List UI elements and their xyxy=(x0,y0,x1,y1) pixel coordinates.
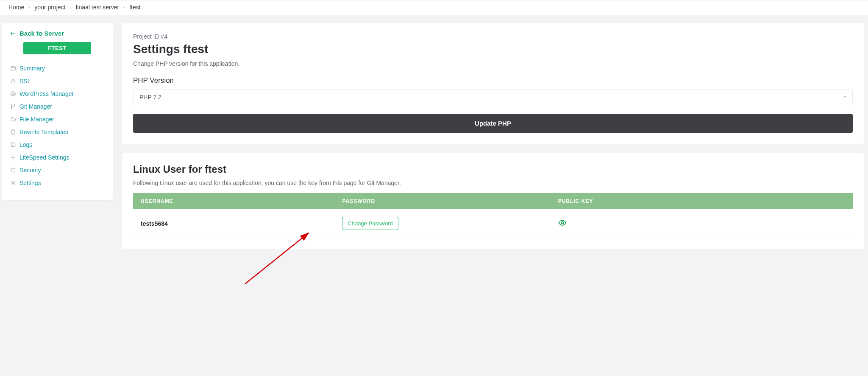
breadcrumb-home[interactable]: Home xyxy=(8,4,24,11)
sidebar: Back to Server FTEST Summary SSL WordPre… xyxy=(2,23,113,200)
lock-icon xyxy=(10,78,16,84)
sidebar-item-label[interactable]: Settings xyxy=(19,180,41,186)
breadcrumb-current: ftest xyxy=(129,4,140,11)
sidebar-item-label[interactable]: Git Manager xyxy=(19,103,52,110)
th-password: PASSWORD xyxy=(334,193,550,209)
sidebar-item-label[interactable]: Logs xyxy=(19,141,32,148)
chevron-right-icon: › xyxy=(70,4,72,10)
sidebar-item-git[interactable]: Git Manager xyxy=(9,100,105,113)
th-username: USERNAME xyxy=(133,193,334,209)
sidebar-item-logs[interactable]: Logs xyxy=(9,138,105,151)
app-badge[interactable]: FTEST xyxy=(23,42,91,54)
svg-point-13 xyxy=(12,182,14,184)
svg-point-6 xyxy=(14,104,15,105)
sidebar-item-label[interactable]: Rewrite Templates xyxy=(19,129,68,135)
password-cell: Change Password xyxy=(334,209,550,238)
wordpress-icon xyxy=(10,91,16,97)
page-subtitle: Change PHP version for this application. xyxy=(133,60,853,67)
sidebar-item-wordpress[interactable]: WordPress Manager xyxy=(9,87,105,100)
back-to-server-link[interactable]: Back to Server xyxy=(9,30,105,37)
svg-line-15 xyxy=(245,233,309,284)
table-row: tests5684 Change Password xyxy=(133,209,853,238)
change-password-button[interactable]: Change Password xyxy=(342,217,398,230)
gear-icon xyxy=(10,154,16,160)
sidebar-item-security[interactable]: Security xyxy=(9,164,105,177)
file-icon xyxy=(10,129,16,135)
breadcrumb-server[interactable]: finaal test server xyxy=(76,4,120,11)
public-key-cell xyxy=(551,209,853,238)
sidebar-item-file-manager[interactable]: File Manager xyxy=(9,113,105,126)
username-cell: tests5684 xyxy=(133,209,334,238)
sidebar-item-label[interactable]: Summary xyxy=(19,65,45,72)
gear-icon xyxy=(10,180,16,186)
linux-user-title: Linux User for ftest xyxy=(133,163,853,175)
list-icon xyxy=(10,142,16,148)
svg-rect-1 xyxy=(11,67,16,70)
update-php-button[interactable]: Update PHP xyxy=(133,114,853,133)
sidebar-item-litespeed[interactable]: LiteSpeed Settings xyxy=(9,151,105,164)
linux-user-table: USERNAME PASSWORD PUBLIC KEY tests5684 C… xyxy=(133,193,853,238)
th-public-key: PUBLIC KEY xyxy=(551,193,853,209)
svg-point-12 xyxy=(12,157,14,158)
eye-icon[interactable] xyxy=(558,222,567,228)
chevron-right-icon: › xyxy=(123,4,125,10)
sidebar-item-label[interactable]: Security xyxy=(19,167,41,174)
php-version-label: PHP Version xyxy=(133,76,853,85)
sidebar-nav: Summary SSL WordPress Manager Git Manage… xyxy=(9,62,105,189)
chevron-right-icon: › xyxy=(28,4,30,10)
linux-user-card: Linux User for ftest Following Linux use… xyxy=(122,153,864,249)
sidebar-item-settings[interactable]: Settings xyxy=(9,177,105,189)
breadcrumb: Home › your project › finaal test server… xyxy=(0,0,868,15)
php-version-select[interactable]: PHP 7.2 xyxy=(133,89,853,105)
back-to-server-label: Back to Server xyxy=(19,30,64,37)
breadcrumb-project[interactable]: your project xyxy=(34,4,65,11)
sidebar-item-ssl[interactable]: SSL xyxy=(9,75,105,87)
shield-icon xyxy=(10,167,16,173)
svg-point-5 xyxy=(11,104,12,105)
git-branch-icon xyxy=(10,104,16,109)
sidebar-item-label[interactable]: LiteSpeed Settings xyxy=(19,154,70,161)
sidebar-item-summary[interactable]: Summary xyxy=(9,62,105,75)
sidebar-item-label[interactable]: SSL xyxy=(19,78,31,84)
settings-card: Project ID #4 Settings ftest Change PHP … xyxy=(122,23,864,144)
linux-user-subtitle: Following Linux user are used for this a… xyxy=(133,180,853,186)
sidebar-item-label[interactable]: WordPress Manager xyxy=(19,90,74,97)
main-content: Project ID #4 Settings ftest Change PHP … xyxy=(122,23,864,249)
folder-icon xyxy=(10,116,16,122)
arrow-left-icon xyxy=(9,31,16,36)
project-id: Project ID #4 xyxy=(133,33,853,40)
page-title: Settings ftest xyxy=(133,42,853,56)
sidebar-item-label[interactable]: File Manager xyxy=(19,116,54,123)
sidebar-item-rewrite[interactable]: Rewrite Templates xyxy=(9,126,105,138)
svg-point-14 xyxy=(561,222,563,224)
svg-rect-3 xyxy=(11,81,15,83)
card-icon xyxy=(10,65,16,71)
